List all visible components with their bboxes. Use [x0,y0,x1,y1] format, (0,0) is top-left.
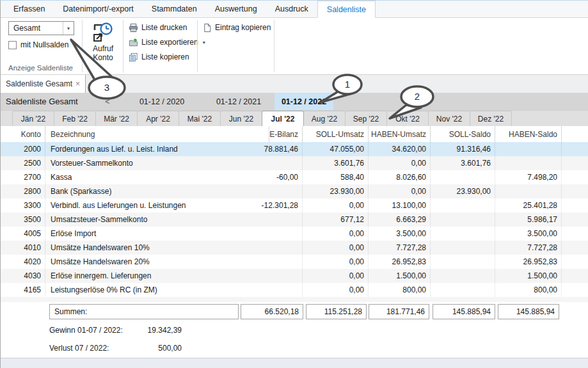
cell-haben_umsatz: 0,00 [369,184,431,198]
column-header-konto[interactable]: Konto [1,126,45,142]
cell-e_bilanz [269,269,303,283]
cell-soll_saldo [431,283,495,297]
column-header-filler [562,126,588,142]
column-header-soll-saldo[interactable]: SOLL-Saldo [431,126,495,142]
cell-soll_umsatz: 3.601,76 [303,156,369,170]
month-tab-dez-22[interactable]: Dez '22 [470,111,512,126]
cell-bezeichnung: Forderungen aus Lief. u. Leist. Inland [45,142,269,156]
table-row-4005[interactable]: 4005Erlöse Import0,003.500,003.500,00 [1,227,588,241]
copy-entry-button[interactable]: Eintrag kopieren [203,22,271,33]
table-row-4165[interactable]: 4165Leistungserlöse 0% RC (in ZM)0,00800… [1,283,588,297]
month-tab-nov-22[interactable]: Nov '22 [428,111,470,126]
ribbon-group-label: Anzeige Saldenliste [8,64,73,72]
ribbon-tab-stammdaten[interactable]: Stammdaten [143,1,206,17]
cell-haben_umsatz: 1.500,00 [369,269,431,283]
chevron-down-icon[interactable]: ▾ [203,40,205,45]
ribbon-tab-saldenliste[interactable]: Saldenliste [317,1,376,18]
cell-e_bilanz: 78.881,46 [269,142,303,156]
cell-soll_saldo [431,241,495,255]
close-icon[interactable]: × [75,79,80,88]
table-row-2000[interactable]: 2000Forderungen aus Lief. u. Leist. Inla… [1,142,588,156]
column-header-haben-saldo[interactable]: HABEN-Saldo [495,126,562,142]
ribbon-separator [274,20,274,72]
cell-soll_umsatz: 0,00 [303,198,369,212]
month-tab-sep-22[interactable]: Sep '22 [345,111,387,126]
back-chevron-icon[interactable]: < [102,93,113,110]
ribbon-tab-datenimport-export[interactable]: Datenimport/-export [54,1,142,17]
column-header-soll-umsatz[interactable]: SOLL-Umsatz [303,126,369,142]
month-tab-jun-22[interactable]: Jun '22 [220,111,262,126]
ribbon-separator [82,20,83,72]
month-tab-m-r-22[interactable]: Mär '22 [95,111,138,126]
null-balance-label: mit Nullsalden [20,40,68,49]
document-tab-bar: Saldenliste Gesamt × [1,75,588,93]
cell-filler [562,142,588,156]
cell-konto: 2800 [1,184,45,198]
copy-entry-label: Eintrag kopieren [215,23,271,32]
cell-filler [562,156,588,170]
cell-haben_saldo: 26.952,83 [495,255,562,269]
total-value-box-3: 145.885,94 [433,304,495,319]
month-tab-apr-22[interactable]: Apr '22 [137,111,179,126]
open-account-button[interactable]: Aufruf Konto [84,20,122,74]
ribbon-tab-ausdruck[interactable]: Ausdruck [266,1,317,17]
cell-haben_saldo: 1.500,00 [495,269,562,283]
totals-section: Summen: 66.520,18115.251,28181.771,46145… [1,302,588,358]
cell-e_bilanz [269,156,303,170]
printer-icon [129,23,138,33]
column-header-haben-umsatz[interactable]: HABEN-Umsatz [369,126,431,142]
cell-konto: 4020 [1,255,45,269]
month-tab-okt-22[interactable]: Okt '22 [386,111,429,126]
cell-konto: 2700 [1,170,45,184]
cell-e_bilanz: -12.301,28 [269,198,303,212]
copy-list-label: Liste kopieren [141,52,189,61]
cell-haben_umsatz: 8.026,60 [369,170,431,184]
table-row-3500[interactable]: 3500Umsatzsteuer-Sammelkonto677,126.663,… [1,212,588,227]
month-tab-aug-22[interactable]: Aug '22 [303,111,346,126]
checkbox-icon[interactable] [8,41,17,49]
ribbon-tab-erfassen[interactable]: Erfassen [4,1,54,17]
null-balance-checkbox[interactable]: mit Nullsalden [8,40,68,49]
total-value-box-2: 181.771,46 [369,304,429,319]
table-row-3300[interactable]: 3300Verbindl. aus Lieferungen u. Leistun… [1,198,588,212]
cell-konto: 4165 [1,283,45,297]
month-tab-mai-22[interactable]: Mai '22 [179,111,221,126]
column-header-bezeichnung[interactable]: Bezeichnung [45,126,269,142]
table-row-4010[interactable]: 4010Umsätze Handelswaren 10%0,007.727,28… [1,241,588,255]
cell-soll_saldo [431,212,495,227]
period-2020[interactable]: 01-12 / 2020 [135,93,189,110]
cell-soll_umsatz: 0,00 [303,269,369,283]
cell-konto: 4010 [1,241,45,255]
cell-soll_umsatz: 0,00 [303,227,369,241]
view-dropdown[interactable]: Gesamt ▾ [8,21,74,35]
cell-haben_umsatz: 26.952,83 [369,255,431,269]
table-row-4030[interactable]: 4030Erlöse innergem. Lieferungen0,001.50… [1,269,588,283]
copy-list-button[interactable]: Liste kopieren [129,51,189,63]
cell-haben_saldo [495,142,562,156]
period-2022-selected[interactable]: 01-12 / 2022 [274,93,333,110]
period-2021[interactable]: 01-12 / 2021 [212,93,266,110]
document-tab-saldenliste-gesamt[interactable]: Saldenliste Gesamt × [1,75,86,93]
ribbon-tab-auswertung[interactable]: Auswertung [206,1,266,17]
month-tab-feb-22[interactable]: Feb '22 [54,111,96,126]
table-row-4020[interactable]: 4020Umsätze Handelswaren 20%0,0026.952,8… [1,255,588,269]
export-list-button[interactable]: Liste exportieren ▾ [129,36,205,48]
cell-bezeichnung: Umsatzsteuer-Sammelkonto [45,212,269,227]
column-header-e-bilanz[interactable]: E-Bilanz [269,126,303,142]
chevron-down-icon[interactable]: ▾ [63,22,74,35]
month-tab-jul-22[interactable]: Jul '22 [262,111,304,126]
cell-haben_umsatz: 7.727,28 [369,241,431,255]
loss-label: Verlust 07 / 2022: [49,343,109,353]
month-tab-j-n-22[interactable]: Jän '22 [12,111,54,126]
table-row-2800[interactable]: 2800Bank (Sparkasse)23.930,000,0023.930,… [1,184,588,198]
table-row-2700[interactable]: 2700Kassa-60,00588,408.026,607.498,20 [1,170,588,184]
cell-bezeichnung: Verbindl. aus Lieferungen u. Leistungen [45,198,269,212]
table-row-2500[interactable]: 2500Vorsteuer-Sammelkonto3.601,760,003.6… [1,156,588,170]
ribbon-separator [123,20,123,72]
print-list-button[interactable]: Liste drucken [129,22,187,33]
open-account-label-1: Aufruf [93,44,113,53]
cell-filler [562,241,588,255]
cell-soll_saldo [431,227,495,241]
clipped-table-row[interactable] [1,297,588,302]
cell-soll_umsatz: 0,00 [303,255,369,269]
